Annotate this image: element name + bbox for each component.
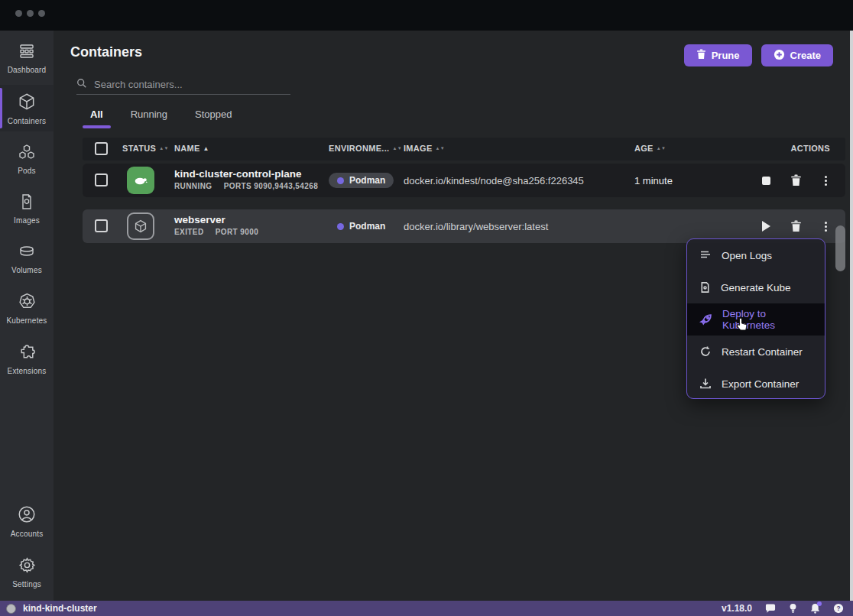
lightbulb-icon — [789, 603, 797, 614]
column-header-status[interactable]: STATUS▲▼ — [122, 144, 169, 153]
menu-item-restart-container[interactable]: Restart Container — [687, 336, 825, 368]
row-checkbox[interactable] — [95, 219, 108, 232]
image-cell: docker.io/kindest/node@sha256:f226345 — [404, 164, 584, 197]
export-icon — [699, 378, 712, 390]
feedback-button[interactable] — [765, 604, 776, 614]
sidebar-item-settings[interactable]: Settings — [0, 549, 54, 595]
status-bar: kind-kind-cluster v1.18.0 ? — [0, 601, 853, 616]
volumes-icon — [17, 242, 37, 264]
sort-asc-icon: ▲ — [203, 145, 209, 152]
container-state: EXITED — [174, 228, 204, 236]
status-bar-right: v1.18.0 ? — [722, 603, 844, 614]
trash-icon — [790, 220, 802, 232]
stop-container-button[interactable] — [760, 174, 772, 186]
create-button-label: Create — [790, 50, 821, 61]
image-cell: docker.io/library/webserver:latest — [404, 209, 548, 243]
sidebar-item-extensions[interactable]: Extensions — [0, 336, 54, 381]
kube-context-button[interactable]: kind-kind-cluster — [6, 603, 97, 614]
container-name-block: kind-cluster-control-plane RUNNING PORTS… — [174, 168, 318, 190]
tips-button[interactable] — [789, 603, 797, 614]
column-header-environment[interactable]: ENVIRONME...▲▼ — [329, 144, 402, 153]
header-buttons: Prune Create — [684, 44, 833, 66]
search-icon — [76, 78, 87, 92]
help-button[interactable]: ? — [833, 603, 844, 614]
play-icon — [762, 221, 770, 232]
scrollbar-track[interactable] — [850, 31, 853, 616]
sidebar-item-label: Kubernetes — [6, 316, 47, 325]
minimize-window-button[interactable] — [27, 10, 34, 17]
sort-icon: ▲▼ — [392, 147, 401, 150]
sort-icon: ▲▼ — [657, 147, 666, 150]
sidebar-item-pods[interactable]: Pods — [0, 136, 54, 181]
restart-icon — [699, 345, 712, 358]
tab-all[interactable]: All — [83, 109, 111, 127]
maximize-window-button[interactable] — [38, 10, 45, 17]
kube-context-label: kind-kind-cluster — [23, 603, 97, 614]
titlebar — [0, 0, 853, 31]
menu-item-open-logs[interactable]: Open Logs — [687, 239, 825, 271]
row-menu-button[interactable] — [819, 220, 832, 232]
table-row[interactable]: kind-cluster-control-plane RUNNING PORTS… — [83, 164, 845, 197]
settings-icon — [18, 556, 37, 578]
sidebar-spacer — [0, 381, 54, 493]
container-filter-tabs: All Running Stopped — [83, 109, 240, 127]
sort-icon: ▲▼ — [159, 147, 168, 150]
images-icon — [18, 193, 36, 214]
notifications-button[interactable] — [810, 603, 820, 614]
app-version: v1.18.0 — [722, 603, 752, 614]
prune-button[interactable]: Prune — [684, 44, 752, 66]
sidebar-item-label: Images — [14, 216, 40, 225]
sidebar-item-images[interactable]: Images — [0, 186, 54, 231]
container-ports: PORTS 9090,9443,54268 — [224, 182, 318, 190]
exited-status-icon — [127, 212, 154, 240]
container-name: webserver — [174, 214, 258, 225]
sidebar-item-kubernetes[interactable]: Kubernetes — [0, 285, 54, 331]
sidebar-item-containers[interactable]: Containers — [0, 85, 54, 131]
column-header-name[interactable]: NAME▲ — [174, 144, 209, 153]
column-header-image[interactable]: IMAGE▲▼ — [404, 144, 445, 153]
trash-icon — [696, 49, 706, 62]
environment-label: Podman — [349, 175, 385, 186]
kube-file-icon — [699, 281, 711, 293]
sort-icon: ▲▼ — [436, 147, 445, 150]
kind-logo-icon — [6, 604, 16, 614]
close-window-button[interactable] — [15, 10, 22, 17]
sidebar-item-volumes[interactable]: Volumes — [0, 235, 54, 280]
menu-item-deploy-to-kubernetes[interactable]: Deploy to Kubernetes — [687, 303, 825, 336]
tab-running[interactable]: Running — [123, 109, 175, 127]
sidebar: Dashboard Containers Pods Images Volumes — [0, 31, 54, 601]
scrollbar-thumb[interactable] — [835, 225, 845, 271]
pods-icon — [18, 143, 36, 164]
podman-dot-icon — [337, 223, 344, 230]
containers-icon — [17, 92, 37, 115]
dashboard-icon — [18, 42, 36, 63]
sidebar-item-accounts[interactable]: Accounts — [0, 498, 54, 544]
select-all-checkbox[interactable] — [95, 142, 108, 155]
sidebar-item-label: Volumes — [11, 266, 42, 274]
environment-badge: Podman — [329, 219, 394, 234]
container-name-block: webserver EXITED PORT 9000 — [174, 214, 258, 236]
trash-icon — [790, 174, 802, 186]
running-status-icon — [127, 167, 154, 194]
sidebar-item-label: Dashboard — [8, 66, 47, 74]
tab-stopped[interactable]: Stopped — [187, 109, 239, 127]
container-status-line: RUNNING PORTS 9090,9443,54268 — [174, 182, 318, 190]
start-container-button[interactable] — [760, 220, 772, 232]
menu-item-export-container[interactable]: Export Container — [687, 368, 825, 399]
delete-container-button[interactable] — [790, 220, 802, 232]
environment-badge: Podman — [329, 173, 394, 188]
container-name: kind-cluster-control-plane — [174, 168, 318, 180]
create-button[interactable]: Create — [761, 44, 833, 66]
row-checkbox[interactable] — [95, 173, 108, 186]
container-status-line: EXITED PORT 9000 — [174, 228, 258, 236]
row-menu-button[interactable] — [819, 174, 832, 186]
sidebar-item-dashboard[interactable]: Dashboard — [0, 35, 54, 80]
column-header-age[interactable]: AGE▲▼ — [634, 144, 666, 153]
podman-dot-icon — [337, 177, 344, 184]
notification-dot — [817, 601, 822, 606]
menu-item-generate-kube[interactable]: Generate Kube — [687, 271, 825, 303]
container-ports: PORT 9000 — [216, 228, 258, 236]
delete-container-button[interactable] — [790, 174, 802, 186]
search-input[interactable] — [94, 79, 270, 90]
column-header-actions: ACTIONS — [790, 144, 830, 153]
